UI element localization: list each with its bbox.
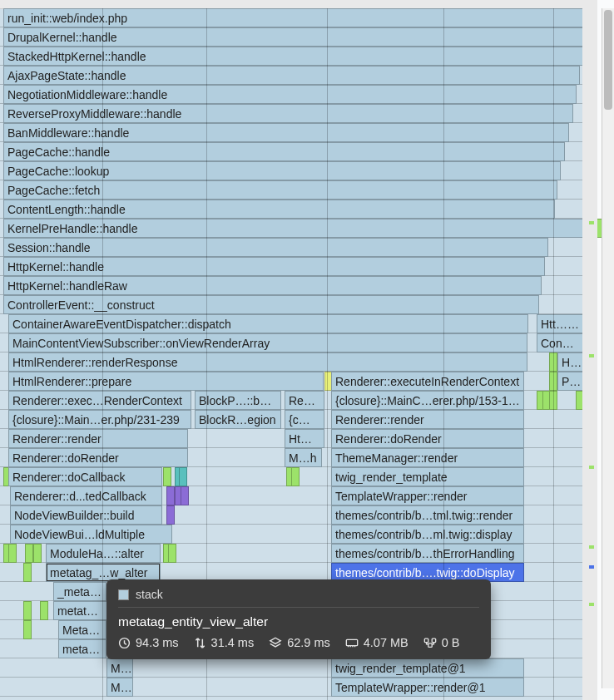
- flame-row: ControllerEvent::__construct: [0, 295, 597, 314]
- flamegraph-viewport[interactable]: run_init::web/index.phpDrupalKernel::han…: [0, 0, 597, 700]
- swap-icon: [194, 637, 206, 649]
- flame-row: Renderer::renderHt…ksRenderer::doRender: [0, 429, 597, 448]
- flame-frame[interactable]: Re…xt: [285, 391, 324, 410]
- flame-frame[interactable]: _metatag…: [53, 582, 106, 601]
- flame-frame-sliver[interactable]: [23, 601, 32, 620]
- flame-frame[interactable]: ContentLength::handle: [3, 200, 555, 219]
- flame-frame[interactable]: TemplateWrapper::render: [331, 486, 524, 505]
- flame-frame[interactable]: Session::handle: [3, 238, 548, 257]
- flame-frame[interactable]: Renderer::render: [8, 429, 188, 448]
- flame-frame[interactable]: metatag…: [58, 639, 106, 658]
- flame-frame[interactable]: StackedHttpKernel::handle: [3, 47, 584, 66]
- flame-row: ModuleHa…::alterthemes/contrib/b…thError…: [0, 544, 597, 563]
- tooltip-category: stack: [136, 588, 163, 601]
- flame-frame-sliver[interactable]: [179, 467, 187, 486]
- flame-frame[interactable]: NegotiationMiddleware::handle: [3, 85, 577, 104]
- flame-row: PageCache::fetch: [0, 180, 597, 200]
- flame-frame[interactable]: {c…86: [285, 410, 324, 429]
- flame-frame[interactable]: Ht…ks: [285, 429, 324, 448]
- stat-cpu-time: 31.4 ms: [194, 636, 255, 649]
- svg-rect-2: [424, 638, 428, 642]
- flame-frame[interactable]: HttpKernel::handle: [3, 257, 545, 276]
- flame-frame-sliver[interactable]: [25, 544, 33, 563]
- scrollbar-thumb[interactable]: [604, 10, 612, 110]
- flame-frame[interactable]: Metata…: [58, 620, 106, 639]
- flame-frame-sliver[interactable]: [23, 563, 32, 582]
- flame-frame[interactable]: NodeViewBui…ldMultiple: [10, 525, 172, 544]
- gutter-mark: [589, 354, 594, 357]
- flame-frame[interactable]: ModuleHa…::alter: [46, 544, 161, 563]
- flame-frame[interactable]: Renderer::exec…RenderContext: [8, 391, 191, 410]
- flame-frame[interactable]: Renderer::executeInRenderContext: [331, 372, 524, 391]
- flame-frame-sliver[interactable]: [40, 601, 48, 620]
- flame-frame[interactable]: metatag…: [53, 601, 108, 620]
- flame-row: ContentLength::handle: [0, 200, 597, 219]
- flame-frame[interactable]: Htt…nse: [537, 314, 588, 333]
- vertical-scrollbar[interactable]: [602, 8, 614, 688]
- flame-frame[interactable]: M…h: [285, 448, 322, 467]
- flame-frame[interactable]: PageCache::lookup: [3, 161, 561, 180]
- flame-row: HtmlRenderer::prepareRenderer::executeIn…: [0, 372, 597, 391]
- flame-frame-sliver[interactable]: [8, 544, 17, 563]
- flame-frame-sliver[interactable]: [33, 544, 42, 563]
- flame-frame[interactable]: twig_render_template: [331, 467, 524, 486]
- flame-frame[interactable]: BlockR…egion: [195, 410, 281, 429]
- layers-icon: [269, 637, 282, 649]
- flame-frame[interactable]: ContainerAwareEventDispatcher::dispatch: [8, 314, 528, 333]
- flame-frame[interactable]: Renderer::doRender: [331, 429, 524, 448]
- category-swatch: [118, 589, 129, 600]
- flame-frame[interactable]: Con…tch: [537, 333, 588, 352]
- flame-frame-sliver[interactable]: [23, 620, 32, 639]
- flame-frame[interactable]: themes/contrib/b…tml.twig::render: [331, 505, 524, 525]
- flame-row: HttpKernel::handleRaw: [0, 276, 597, 295]
- flame-frame[interactable]: M…: [106, 678, 133, 697]
- flame-frame[interactable]: themes/contrib/b…thErrorHandling: [331, 544, 524, 563]
- flame-row: run_init::web/index.php: [0, 8, 597, 27]
- flame-frame[interactable]: ThemeManager::render: [331, 448, 524, 467]
- flame-row: Renderer::exec…RenderContextBlockP…::bui…: [0, 391, 597, 410]
- flame-frame[interactable]: PageCache::handle: [3, 142, 565, 161]
- flame-frame-sliver[interactable]: [163, 467, 171, 486]
- flame-frame[interactable]: PageCache::fetch: [3, 180, 557, 200]
- flame-frame[interactable]: BlockP…::build: [195, 391, 281, 410]
- flame-row: HtmlRenderer::renderResponseH…d: [0, 352, 597, 372]
- flame-frame[interactable]: HttpKernel::handleRaw: [3, 276, 542, 295]
- gutter-mark: [589, 545, 594, 549]
- flame-frame[interactable]: {closure}::MainC…erer.php/153-159: [331, 391, 524, 410]
- flame-frame[interactable]: ControllerEvent::__construct: [3, 295, 539, 314]
- flame-frame[interactable]: DrupalKernel::handle: [3, 27, 587, 47]
- flame-frame[interactable]: twig_render_template@1: [331, 658, 524, 678]
- flame-frame-sliver[interactable]: [168, 544, 176, 563]
- flame-frame[interactable]: themes/contrib/b…ml.twig::display: [331, 525, 524, 544]
- svg-rect-4: [428, 643, 432, 647]
- minimap-gutter: [582, 0, 597, 700]
- flame-frame[interactable]: AjaxPageState::handle: [3, 66, 580, 85]
- flame-frame[interactable]: M…: [106, 658, 133, 678]
- flame-row: Renderer::doRenderM…hThemeManager::rende…: [0, 448, 597, 467]
- flame-frame[interactable]: HtmlRenderer::prepare: [8, 372, 324, 391]
- flame-row: DrupalKernel::handle: [0, 27, 597, 47]
- flame-frame[interactable]: Renderer::doRender: [8, 448, 188, 467]
- gutter-mark: [589, 466, 594, 469]
- flame-row: Renderer::d...tedCallbackTemplateWrapper…: [0, 486, 597, 505]
- flame-frame[interactable]: ReverseProxyMiddleware::handle: [3, 104, 573, 123]
- flame-frame-sliver[interactable]: [291, 467, 300, 486]
- flame-frame-sliver[interactable]: [166, 486, 175, 505]
- flame-frame[interactable]: Renderer::doCallback: [8, 467, 162, 486]
- flame-frame[interactable]: Renderer::d...tedCallback: [10, 486, 162, 505]
- flame-frame-sliver[interactable]: [166, 505, 175, 525]
- flame-frame[interactable]: Renderer::render: [331, 410, 524, 429]
- flame-row: M…TemplateWrapper::render@1: [0, 678, 597, 697]
- flame-frame[interactable]: TemplateWrapper::render@1: [331, 678, 524, 697]
- flame-frame[interactable]: MainContentViewSubscriber::onViewRenderA…: [8, 333, 527, 352]
- flame-row: Session::handle: [0, 238, 597, 257]
- flame-frame[interactable]: BanMiddleware::handle: [3, 123, 569, 142]
- flame-frame[interactable]: run_init::web/index.php: [3, 8, 591, 27]
- flame-frame[interactable]: KernelPreHandle::handle: [3, 219, 592, 238]
- flame-frame-sliver[interactable]: [181, 486, 189, 505]
- flame-frame[interactable]: HtmlRenderer::renderResponse: [8, 352, 527, 372]
- flame-frame[interactable]: {closure}::Main…er.php/231-239: [8, 410, 191, 429]
- flame-frame[interactable]: NodeViewBuilder::build: [10, 505, 162, 525]
- memory-icon: [345, 637, 359, 648]
- flame-row: {closure}::Main…er.php/231-239BlockR…egi…: [0, 410, 597, 429]
